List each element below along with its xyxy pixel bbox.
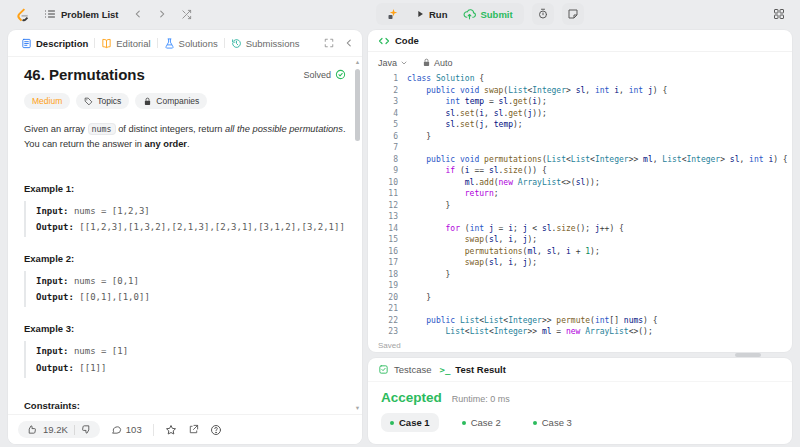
tab-submissions[interactable]: Submissions — [226, 38, 305, 49]
line-number: 19 — [368, 280, 407, 292]
timer-button[interactable] — [532, 3, 554, 25]
code-token: Solution — [436, 74, 475, 83]
comments-button[interactable]: 103 — [111, 424, 142, 435]
case-tab[interactable]: Case 1 — [381, 413, 439, 432]
code-token: } — [407, 201, 450, 210]
code-token: new — [566, 327, 580, 336]
thumbs-up-icon[interactable] — [26, 424, 37, 435]
next-problem-button[interactable] — [152, 5, 172, 23]
notes-button[interactable] — [562, 3, 584, 25]
tab-description[interactable]: Description — [16, 38, 93, 49]
timer-icon — [537, 8, 549, 20]
chevron-down-icon — [400, 59, 408, 67]
examples: Example 1:Input: nums = [1,2,3]Output: [… — [24, 183, 346, 378]
topics-label: Topics — [97, 96, 121, 106]
favorite-button[interactable] — [165, 424, 177, 436]
description-tab-bar: Description Editorial Solutions Submissi… — [8, 30, 362, 57]
code-token: } — [407, 293, 431, 302]
case-label: Case 3 — [542, 417, 572, 428]
code-token: ArrayList — [585, 327, 628, 336]
line-number: 18 — [368, 269, 407, 281]
code-line: 11 return; — [368, 188, 792, 200]
expand-icon[interactable] — [324, 38, 334, 48]
code-token: , — [653, 155, 663, 164]
code-token: ); — [527, 258, 537, 267]
code-token: sl — [446, 120, 456, 129]
collapse-panel-icon[interactable] — [344, 38, 354, 48]
code-line-text: swap(sl, i, j); — [407, 234, 537, 246]
code-line: 21 — [368, 303, 792, 315]
leetcode-logo[interactable] — [10, 3, 35, 26]
test-result-content: Accepted Runtime: 0 ms Case 1Case 2Case … — [368, 382, 792, 440]
code-token: > — [720, 155, 730, 164]
terminal-icon: >_ — [440, 365, 451, 375]
question-circle-icon — [210, 424, 222, 436]
case-tab[interactable]: Case 2 — [453, 413, 510, 432]
language-selector[interactable]: Java — [378, 58, 408, 68]
tab-test-result[interactable]: >_ Test Result — [440, 364, 506, 375]
companies-label: Companies — [156, 96, 199, 106]
scrollbar-thumb[interactable] — [355, 69, 360, 141]
code-editor[interactable]: 1class Solution {2 public void swap(List… — [368, 73, 792, 338]
code-token: = — [552, 327, 566, 336]
line-number: 8 — [368, 154, 407, 166]
example-output-value: [[1]] — [74, 363, 107, 373]
difficulty-badge[interactable]: Medium — [24, 93, 70, 109]
case-pass-dot — [462, 421, 466, 425]
scroll-up-arrow[interactable]: ▲ — [353, 59, 362, 65]
code-token: swap — [465, 235, 484, 244]
code-token: ( — [460, 224, 470, 233]
statement-segment: of distinct integers, return — [116, 124, 226, 134]
code-token: )); — [585, 178, 599, 187]
tab-testcase[interactable]: Testcase — [378, 364, 432, 375]
code-token: ()) { — [523, 166, 547, 175]
code-token: sl — [547, 247, 557, 256]
auto-label: Auto — [434, 58, 453, 68]
topics-button[interactable]: Topics — [76, 93, 129, 109]
thumbs-down-icon[interactable] — [81, 424, 92, 435]
description-scrollbar[interactable]: ▲ ▼ — [353, 57, 362, 413]
line-number: 17 — [368, 257, 407, 269]
code-line-text: public void permutations(List<List<Integ… — [407, 154, 788, 166]
layout-switcher-button[interactable] — [768, 4, 790, 24]
line-number: 6 — [368, 131, 407, 143]
code-token: List — [484, 316, 503, 325]
code-token: add — [479, 178, 493, 187]
code-token: int — [595, 86, 609, 95]
code-token: sl — [489, 166, 499, 175]
lock-icon — [143, 97, 152, 106]
submit-button[interactable]: Submit — [455, 3, 520, 25]
panel-resize-handle[interactable] — [735, 353, 761, 357]
debugger-button[interactable] — [379, 3, 407, 25]
code-panel-title: Code — [395, 35, 419, 46]
code-token: , — [484, 109, 494, 118]
random-problem-button[interactable] — [176, 5, 197, 24]
example-block: Input: nums = [1]Output: [[1]] — [24, 341, 346, 377]
auto-toggle[interactable]: Auto — [422, 58, 453, 68]
tab-solutions[interactable]: Solutions — [159, 38, 223, 49]
code-token: ++) { — [600, 224, 624, 233]
companies-button[interactable]: Companies — [135, 93, 207, 109]
code-token: ; — [513, 224, 523, 233]
problem-list-button[interactable]: Problem List — [39, 4, 124, 24]
code-line: 1class Solution { — [368, 73, 792, 85]
tab-editorial[interactable]: Editorial — [96, 38, 155, 49]
code-token — [407, 166, 446, 175]
tab-description-label: Description — [36, 38, 88, 49]
layout-grid-icon — [773, 8, 785, 20]
run-button[interactable]: Run — [407, 3, 455, 25]
statement-segment: all the possible permutations — [225, 124, 343, 134]
scroll-down-arrow[interactable]: ▼ — [353, 405, 362, 411]
code-token: swap — [465, 258, 484, 267]
example-input-row: Input: nums = [1,2,3] — [36, 203, 346, 219]
case-tab[interactable]: Case 3 — [524, 413, 581, 432]
line-number: 1 — [368, 73, 407, 85]
help-button[interactable] — [210, 424, 222, 436]
share-button[interactable] — [188, 424, 199, 435]
example-label: Example 3: — [24, 323, 346, 334]
prev-problem-button[interactable] — [128, 5, 148, 23]
document-icon — [21, 38, 32, 49]
example-output-key: Output: — [36, 292, 74, 302]
code-token: temp — [465, 97, 484, 106]
code-token — [407, 189, 465, 198]
